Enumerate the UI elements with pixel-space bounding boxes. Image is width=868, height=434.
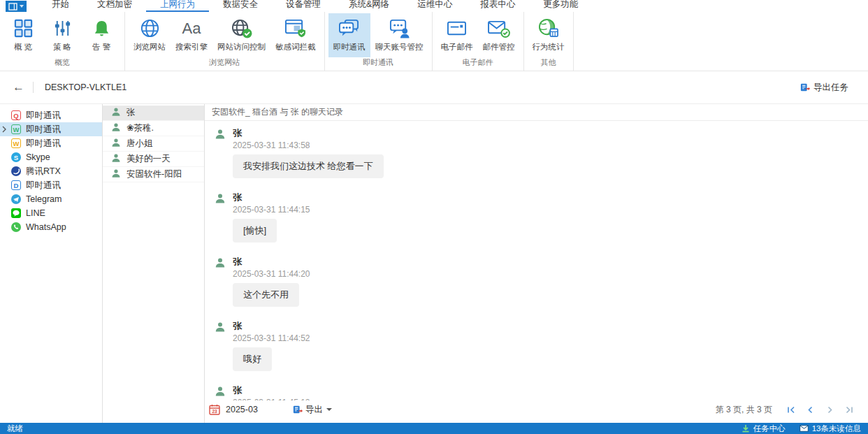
message-timestamp: 2025-03-31 11:44:52 xyxy=(233,333,310,343)
ribbon-toolbar: 概 览 策 略 告 警 概览 浏览网站 Aa xyxy=(0,12,868,71)
export-icon xyxy=(800,82,810,92)
tab-report-center[interactable]: 报表中心 xyxy=(466,0,529,12)
browse-website-button[interactable]: 浏览网站 xyxy=(129,13,171,57)
sidebar-item-wechat[interactable]: W 即时通讯 xyxy=(0,122,102,136)
person-icon xyxy=(111,107,121,119)
group-label-im: 即时通讯 xyxy=(326,57,431,71)
chat-message: 张 2025-03-31 11:43:58 我安排我们这边技术 给您看一下 xyxy=(215,128,868,178)
month-picker[interactable]: 2025-03 xyxy=(226,405,258,414)
contact-item[interactable]: ❀茶稚. xyxy=(103,121,204,136)
task-center-button[interactable]: 任务中心 xyxy=(742,424,786,434)
website-access-control-button[interactable]: 网站访问控制 xyxy=(212,13,270,57)
next-page-button[interactable] xyxy=(825,405,834,414)
back-button[interactable]: ← xyxy=(13,80,24,94)
group-label-email: 电子邮件 xyxy=(434,57,522,71)
tab-more-features[interactable]: 更多功能 xyxy=(529,0,592,12)
chat-message: 张 2025-03-31 11:44:15 [愉快] xyxy=(215,192,868,243)
sidebar-item-line[interactable]: LINE xyxy=(0,206,102,220)
message-bubble: [愉快] xyxy=(233,219,277,243)
whatsapp-icon xyxy=(11,222,21,232)
person-icon xyxy=(215,192,226,243)
app-window: 开始 文档加密 上网行为 数据安全 设备管理 系统&网络 运维中心 报表中心 更… xyxy=(0,0,868,434)
person-icon xyxy=(215,321,226,371)
unread-messages-button[interactable]: 13条未读信息 xyxy=(800,424,861,434)
im-app-sidebar: Q 即时通讯 W 即时通讯 W 即时通讯 S Skype 腾讯RTX D xyxy=(0,104,103,423)
message-bubble: 哦好 xyxy=(233,347,272,371)
status-bar: 就绪 任务中心 13条未读信息 xyxy=(0,423,868,434)
envelope-shield-icon xyxy=(487,17,510,40)
group-label-overview: 概览 xyxy=(1,57,123,71)
ribbon-group-browse-web: 浏览网站 Aa 搜索引擎 网站访问控制 敏感词拦截 浏览网站 xyxy=(125,12,325,71)
ribbon-group-other: 行为统计 其他 xyxy=(524,12,574,71)
message-sender: 张 xyxy=(233,256,242,267)
wechat-icon: W xyxy=(11,124,21,134)
export-button[interactable]: 导出 xyxy=(293,404,332,416)
contact-item[interactable]: 美好的一天 xyxy=(103,152,204,167)
grid-icon xyxy=(13,17,34,40)
download-icon xyxy=(742,424,750,433)
sidebar-item-telegram[interactable]: Telegram xyxy=(0,192,102,206)
policy-button[interactable]: 策 略 xyxy=(43,13,82,57)
envelope-icon xyxy=(446,17,468,40)
ribbon-group-email: 电子邮件 邮件管控 电子邮件 xyxy=(433,12,524,71)
sidebar-item-rtx[interactable]: 腾讯RTX xyxy=(0,164,102,178)
export-tasks-button[interactable]: 导出任务 xyxy=(800,82,848,94)
tab-internet-behavior[interactable]: 上网行为 xyxy=(146,0,209,12)
sidebar-item-dingtalk[interactable]: D 即时通讯 xyxy=(0,178,102,192)
search-engine-button[interactable]: Aa 搜索引擎 xyxy=(171,13,212,57)
chat-account-control-button[interactable]: 聊天账号管控 xyxy=(370,13,428,57)
behavior-statistics-button[interactable]: 行为统计 xyxy=(528,13,570,57)
group-label-browse-web: 浏览网站 xyxy=(126,57,323,71)
chat-footer-bar: 23 2025-03 导出 第 3 页, 共 3 页 xyxy=(205,400,868,423)
prev-page-button[interactable] xyxy=(806,405,815,414)
skype-icon: S xyxy=(11,152,21,162)
email-button[interactable]: 电子邮件 xyxy=(436,13,478,57)
breadcrumb-bar: ← DESKTOP-VLKTLE1 导出任务 xyxy=(0,71,868,104)
tab-doc-encryption[interactable]: 文档加密 xyxy=(83,0,146,12)
contact-item[interactable]: 唐小姐 xyxy=(103,136,204,152)
content-area: Q 即时通讯 W 即时通讯 W 即时通讯 S Skype 腾讯RTX D xyxy=(0,104,868,423)
globe-stats-icon xyxy=(537,17,559,40)
status-ready: 就绪 xyxy=(7,424,23,434)
ribbon-tabs: 开始 文档加密 上网行为 数据安全 设备管理 系统&网络 运维中心 报表中心 更… xyxy=(38,0,592,12)
person-icon xyxy=(111,122,121,134)
tab-system-network[interactable]: 系统&网络 xyxy=(335,0,403,12)
tab-device-management[interactable]: 设备管理 xyxy=(272,0,335,12)
rtx-icon xyxy=(11,166,21,176)
pagination xyxy=(786,405,854,414)
chat-pane: 安固软件_ 猫台酒 与 张 的聊天记录 张 2025-03-31 11:43:5… xyxy=(205,104,868,423)
chat-message-list: 张 2025-03-31 11:43:58 我安排我们这边技术 给您看一下 张 … xyxy=(205,121,868,400)
message-timestamp: 2025-03-31 11:44:20 xyxy=(233,269,310,279)
overview-button[interactable]: 概 览 xyxy=(3,13,43,57)
chat-message: 张 2025-03-31 11:45:12 没事 随时都可以找我给您演示 xyxy=(215,385,868,400)
chat-message: 张 2025-03-31 11:44:20 这个先不用 xyxy=(215,256,868,307)
last-page-button[interactable] xyxy=(845,405,854,414)
tab-start[interactable]: 开始 xyxy=(38,0,83,12)
first-page-button[interactable] xyxy=(786,405,795,414)
dropdown-caret-icon xyxy=(326,408,332,411)
sensitive-word-block-button[interactable]: 敏感词拦截 xyxy=(270,13,321,57)
sidebar-item-skype[interactable]: S Skype xyxy=(0,150,102,164)
alert-button[interactable]: 告 警 xyxy=(82,13,121,57)
contact-item-zhang[interactable]: 张 xyxy=(103,106,204,121)
chat-record-title: 安固软件_ 猫台酒 与 张 的聊天记录 xyxy=(205,104,868,121)
wechat-work-icon: W xyxy=(11,138,21,148)
message-bubble: 我安排我们这边技术 给您看一下 xyxy=(233,154,384,178)
instant-messaging-button[interactable]: 即时通讯 xyxy=(328,13,370,57)
window-shield-icon xyxy=(284,17,306,40)
message-timestamp: 2025-03-31 11:43:58 xyxy=(233,140,310,150)
chat-message: 张 2025-03-31 11:44:52 哦好 xyxy=(215,321,868,371)
tab-data-security[interactable]: 数据安全 xyxy=(209,0,272,12)
contact-item[interactable]: 安固软件-阳阳 xyxy=(103,167,204,182)
svg-text:23: 23 xyxy=(212,409,217,414)
mail-control-button[interactable]: 邮件管控 xyxy=(478,13,520,57)
calendar-icon[interactable]: 23 xyxy=(209,404,220,415)
tab-ops-center[interactable]: 运维中心 xyxy=(403,0,466,12)
sidebar-item-wechat-work[interactable]: W 即时通讯 xyxy=(0,136,102,150)
sidebar-item-qq[interactable]: Q 即时通讯 xyxy=(0,108,102,122)
chat-bubbles-icon xyxy=(338,17,360,40)
qq-icon: Q xyxy=(11,110,21,120)
sidebar-item-whatsapp[interactable]: WhatsApp xyxy=(0,220,102,234)
app-menu-button[interactable] xyxy=(6,1,27,12)
device-name: DESKTOP-VLKTLE1 xyxy=(45,82,126,92)
